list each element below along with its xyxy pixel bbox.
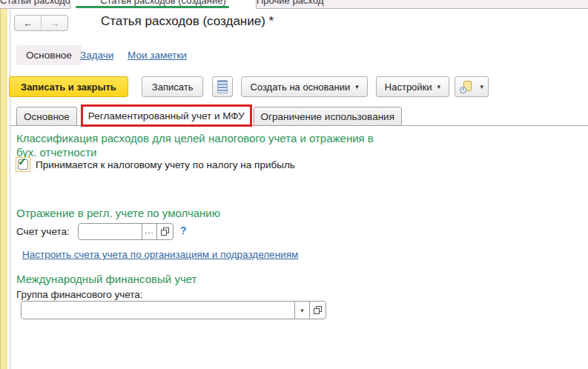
chevron-down-icon: ▾ <box>437 83 441 90</box>
tax-accounting-checkbox[interactable]: ✓ <box>16 157 30 172</box>
window-tab-bar: Статьи расходов Статья расходов (создани… <box>0 0 588 9</box>
finance-group-field-label: Группа финансового учета: <box>16 289 143 300</box>
help-icon[interactable]: ? <box>180 225 187 236</box>
history-nav-group: ← → <box>14 15 68 31</box>
page-title: Статья расходов (создание) * <box>101 14 274 29</box>
open-in-new-icon <box>161 227 169 236</box>
window-tab-label: Статьи расходов <box>0 0 70 6</box>
document-clock-icon <box>460 81 472 93</box>
open-in-new-icon <box>314 306 322 314</box>
finance-group-open-button[interactable] <box>309 302 326 319</box>
tab-main[interactable]: Основное <box>16 107 77 126</box>
finance-group-dropdown-button[interactable]: ▾ <box>294 302 309 319</box>
list-icon <box>217 80 228 93</box>
section-title-line2: бух. отчетности <box>16 146 374 160</box>
account-open-button[interactable] <box>156 224 173 239</box>
setup-accounts-link[interactable]: Настроить счета учета по организациям и … <box>22 249 298 260</box>
window-tab-expense-items[interactable]: Статьи расходов <box>0 0 70 9</box>
window-tab-label: Статья расходов (создание) <box>70 0 256 6</box>
nav-link-my-notes[interactable]: Мои заметки <box>128 50 187 61</box>
section-title-mfu: Международный финансовый учет <box>16 273 196 287</box>
finance-group-input[interactable] <box>22 302 294 319</box>
checkmark-icon: ✓ <box>18 156 27 167</box>
account-input[interactable] <box>79 224 142 239</box>
settings-button[interactable]: Настройки ▾ <box>376 76 449 97</box>
nav-link-tasks[interactable]: Задачи <box>80 50 113 61</box>
section-title-regl-default: Отражение в регл. учете по умолчанию <box>16 207 220 221</box>
section-title-classification: Классификация расходов для целей налогов… <box>16 132 374 159</box>
left-panel-strip <box>0 9 7 369</box>
finance-group-field-group: ▾ <box>21 301 326 319</box>
chevron-down-icon: ▾ <box>300 307 304 314</box>
tab-regulated-accounting-highlighted[interactable]: Регламентированный учет и МФУ <box>81 104 252 127</box>
section-title-line1: Классификация расходов для целей налогов… <box>16 132 374 146</box>
window-tab-expense-item-create[interactable]: Статья расходов (создание) <box>70 0 257 9</box>
chevron-down-icon: ▾ <box>355 83 359 90</box>
forward-button[interactable]: → <box>42 16 67 30</box>
toolbar: Записать и закрыть Записать Создать на о… <box>9 76 489 97</box>
save-and-close-button[interactable]: Записать и закрыть <box>9 76 128 97</box>
window-tab-label: Прочие расходы <box>257 0 323 6</box>
create-based-on-button[interactable]: Создать на основании ▾ <box>241 76 367 97</box>
show-in-list-button[interactable] <box>212 76 233 97</box>
create-based-on-label: Создать на основании <box>250 82 350 93</box>
save-button[interactable]: Записать <box>142 76 204 97</box>
change-history-button[interactable]: ▾ <box>455 76 489 97</box>
form-tab-strip: Основное Регламентированный учет и МФУ О… <box>16 104 402 127</box>
account-field-label: Счет учета: <box>16 226 70 237</box>
active-tab-underline <box>76 6 229 8</box>
tax-accounting-checkbox-label[interactable]: Принимается к налоговому учету по налогу… <box>36 159 295 170</box>
settings-label: Настройки <box>385 82 432 93</box>
chevron-down-icon: ▾ <box>480 83 484 90</box>
account-choose-button[interactable]: ... <box>142 224 156 239</box>
nav-item-main[interactable]: Основное <box>16 45 82 65</box>
account-field-group: ... <box>78 223 174 240</box>
window-tab-other-expenses[interactable]: Прочие расходы <box>257 0 324 9</box>
back-button[interactable]: ← <box>15 16 42 30</box>
tab-usage-restriction[interactable]: Ограничение использования <box>254 107 402 126</box>
